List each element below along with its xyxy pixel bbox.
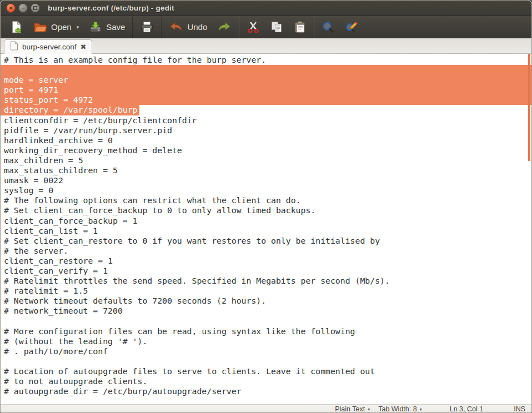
titlebar[interactable]: ✕ – burp-server.conf (/etc/burp) - gedit: [1, 1, 531, 16]
editor-line: max_children = 5: [1, 155, 531, 165]
chevron-down-icon: ▾: [368, 407, 370, 412]
maximize-window-button[interactable]: [31, 3, 40, 13]
cursor-position: Ln 3, Col 1: [450, 405, 483, 413]
editor-line: # Network timeout defaults to 7200 secon…: [1, 296, 531, 306]
language-selector[interactable]: Plain Text ▾: [335, 405, 370, 413]
cut-icon: [247, 21, 260, 34]
toolbar-separator: [314, 16, 314, 38]
toolbar-separator: [132, 16, 133, 38]
editor-line: mode = server: [1, 75, 531, 85]
editor-line: working_dir_recovery_method = delete: [1, 145, 531, 155]
editor-line: syslog = 0: [1, 185, 531, 195]
status-bar: Plain Text ▾ Tab Width: 8 ▾ Ln 3, Col 1 …: [1, 404, 531, 413]
editor-line: # Set client_can_restore to 0 if you wan…: [1, 236, 531, 246]
editor-line: # (without the leading '# ').: [1, 336, 531, 346]
editor-line: [1, 316, 531, 326]
window-title: burp-server.conf (/etc/burp) - gedit: [48, 4, 174, 12]
print-button[interactable]: [135, 18, 159, 37]
editor-line: # Location of autoupgrade files to serve…: [1, 366, 531, 376]
editor-line: hardlinked_archive = 0: [1, 135, 531, 145]
toolbar-separator: [239, 16, 239, 38]
editor-line: client_can_verify = 1: [1, 266, 531, 276]
editor-line: # the server.: [1, 246, 531, 256]
editor-line: port = 4971: [1, 85, 531, 95]
open-button[interactable]: Open ▾: [28, 18, 84, 37]
new-document-icon: [10, 21, 23, 34]
close-window-button[interactable]: ✕: [6, 3, 16, 13]
tab-width-selector[interactable]: Tab Width: 8 ▾: [378, 405, 422, 413]
editor-line: # Ratelimit throttles the send speed. Sp…: [1, 276, 531, 286]
language-label: Plain Text: [335, 405, 365, 413]
new-document-button[interactable]: [5, 18, 28, 37]
editor-line: # This is an example config file for the…: [1, 55, 531, 65]
toolbar-separator: [161, 16, 162, 38]
undo-button-label: Undo: [187, 22, 207, 32]
editor-line: # autoupgrade_dir = /etc/burp/autoupgrad…: [1, 386, 531, 396]
save-button-label: Save: [106, 22, 125, 32]
redo-button[interactable]: [212, 18, 237, 37]
paste-button[interactable]: [288, 18, 312, 37]
editor-line: [1, 356, 531, 366]
undo-icon: [169, 21, 183, 34]
maximize-icon: [33, 6, 37, 10]
open-button-label: Open: [51, 22, 72, 32]
print-icon: [140, 21, 154, 34]
editor-line: pidfile = /var/run/burp.server.pid: [1, 125, 531, 135]
editor-line: [1, 65, 531, 75]
tab-burp-server-conf[interactable]: burp-server.conf ✖: [4, 39, 92, 54]
toolbar: Open ▾ Save: [1, 16, 531, 38]
editor-line: client_can_list = 1: [1, 226, 531, 236]
chevron-down-icon: ▾: [420, 407, 422, 412]
document-icon: [10, 41, 18, 53]
search-icon: [322, 21, 335, 34]
editor-line: umask = 0022: [1, 175, 531, 185]
editor-line: clientconfdir = /etc/burp/clientconfdir: [1, 115, 531, 125]
editor-line: status_port = 4972: [1, 95, 531, 105]
editor-line: # The following options can restrict wha…: [1, 195, 531, 205]
tab-label: burp-server.conf: [22, 43, 77, 51]
copy-button[interactable]: [265, 18, 288, 37]
copy-icon: [270, 21, 283, 34]
editor-line: client_can_force_backup = 1: [1, 216, 531, 226]
gedit-window: ✕ – burp-server.conf (/etc/burp) - gedit: [0, 0, 532, 413]
editor-lines: # This is an example config file for the…: [1, 55, 531, 396]
undo-button[interactable]: Undo: [164, 18, 212, 37]
open-dropdown-caret-icon[interactable]: ▾: [77, 24, 79, 30]
text-editor[interactable]: # This is an example config file for the…: [1, 54, 531, 404]
editor-line: # More configuration files can be read, …: [1, 326, 531, 336]
editor-line: # to not autoupgrade clients.: [1, 376, 531, 386]
editor-line: # network_timeout = 7200: [1, 306, 531, 316]
editor-line: max_status_children = 5: [1, 165, 531, 175]
save-icon: [89, 21, 102, 34]
editor-line: client_can_restore = 1: [1, 256, 531, 266]
editor-line: # Set client_can_force_backup to 0 to on…: [1, 205, 531, 215]
cut-button[interactable]: [242, 18, 265, 37]
save-button[interactable]: Save: [84, 18, 130, 37]
scrollbar-thumb[interactable]: [528, 54, 530, 161]
editor-line: # ratelimit = 1.5: [1, 286, 531, 296]
redo-icon: [217, 21, 232, 34]
search-button[interactable]: [317, 18, 340, 37]
search-replace-button[interactable]: [340, 18, 363, 37]
minimize-window-button[interactable]: –: [18, 3, 28, 13]
paste-icon: [293, 21, 307, 34]
input-mode: INS: [514, 405, 525, 413]
editor-line: directory = /var/spool/burp: [1, 105, 531, 115]
tab-width-label: Tab Width: 8: [378, 405, 416, 413]
editor-line: # . path/to/more/conf: [1, 346, 531, 356]
open-folder-icon: [33, 21, 47, 34]
search-replace-icon: [345, 21, 358, 34]
tab-close-icon[interactable]: ✖: [81, 43, 87, 51]
tab-bar: burp-server.conf ✖: [1, 38, 531, 54]
